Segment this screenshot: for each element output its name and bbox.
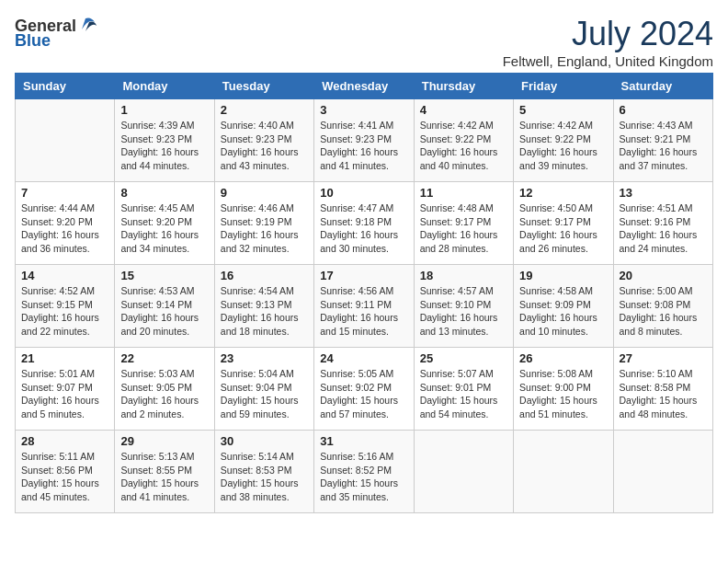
calendar-cell: 16Sunrise: 4:54 AMSunset: 9:13 PMDayligh…: [214, 265, 313, 348]
day-number: 2: [221, 103, 308, 117]
day-info: Sunrise: 5:16 AMSunset: 8:52 PMDaylight:…: [320, 450, 407, 504]
day-number: 19: [519, 269, 607, 282]
day-number: 5: [519, 103, 607, 117]
day-info: Sunrise: 4:50 AMSunset: 9:17 PMDaylight:…: [519, 201, 607, 256]
calendar-cell: 9Sunrise: 4:46 AMSunset: 9:19 PMDaylight…: [214, 182, 313, 265]
day-number: 9: [221, 186, 308, 200]
calendar-week-row: 28Sunrise: 5:11 AMSunset: 8:56 PMDayligh…: [16, 431, 713, 513]
calendar-cell: 20Sunrise: 5:00 AMSunset: 9:08 PMDayligh…: [613, 265, 712, 348]
day-info: Sunrise: 4:53 AMSunset: 9:14 PMDaylight:…: [120, 284, 208, 339]
day-info: Sunrise: 5:05 AMSunset: 9:02 PMDaylight:…: [320, 367, 407, 421]
calendar-cell: 18Sunrise: 4:57 AMSunset: 9:10 PMDayligh…: [414, 265, 513, 348]
day-number: 6: [620, 103, 707, 117]
day-number: 11: [420, 186, 507, 200]
day-info: Sunrise: 5:04 AMSunset: 9:04 PMDaylight:…: [221, 367, 308, 421]
day-number: 17: [320, 269, 407, 282]
title-block: July 2024 Feltwell, England, United King…: [503, 15, 713, 69]
calendar-cell: 4Sunrise: 4:42 AMSunset: 9:22 PMDaylight…: [414, 99, 513, 182]
calendar-cell: 17Sunrise: 4:56 AMSunset: 9:11 PMDayligh…: [314, 265, 414, 348]
calendar-week-row: 1Sunrise: 4:39 AMSunset: 9:23 PMDaylight…: [16, 99, 713, 182]
day-info: Sunrise: 4:51 AMSunset: 9:16 PMDaylight:…: [620, 201, 707, 256]
calendar-cell: 29Sunrise: 5:13 AMSunset: 8:55 PMDayligh…: [115, 431, 214, 513]
calendar-cell: 11Sunrise: 4:48 AMSunset: 9:17 PMDayligh…: [414, 182, 513, 265]
logo: General Blue: [15, 15, 98, 51]
day-info: Sunrise: 4:42 AMSunset: 9:22 PMDaylight:…: [519, 119, 607, 173]
calendar-week-row: 21Sunrise: 5:01 AMSunset: 9:07 PMDayligh…: [16, 348, 713, 431]
day-number: 29: [120, 434, 208, 448]
day-info: Sunrise: 5:13 AMSunset: 8:55 PMDaylight:…: [120, 450, 208, 504]
calendar-cell: 31Sunrise: 5:16 AMSunset: 8:52 PMDayligh…: [314, 431, 414, 513]
day-number: 30: [221, 434, 308, 448]
calendar-cell: 22Sunrise: 5:03 AMSunset: 9:05 PMDayligh…: [115, 348, 214, 431]
calendar-cell: 24Sunrise: 5:05 AMSunset: 9:02 PMDayligh…: [314, 348, 414, 431]
column-header-friday: Friday: [514, 74, 613, 99]
day-number: 13: [620, 186, 707, 200]
calendar-week-row: 14Sunrise: 4:52 AMSunset: 9:15 PMDayligh…: [16, 265, 713, 348]
day-info: Sunrise: 4:44 AMSunset: 9:20 PMDaylight:…: [21, 201, 108, 256]
day-info: Sunrise: 5:07 AMSunset: 9:01 PMDaylight:…: [420, 367, 507, 421]
calendar-cell: 2Sunrise: 4:40 AMSunset: 9:23 PMDaylight…: [214, 99, 313, 182]
day-info: Sunrise: 4:42 AMSunset: 9:22 PMDaylight:…: [420, 119, 507, 173]
day-number: 21: [21, 351, 108, 365]
day-info: Sunrise: 4:54 AMSunset: 9:13 PMDaylight:…: [221, 284, 308, 339]
calendar-cell: 10Sunrise: 4:47 AMSunset: 9:18 PMDayligh…: [314, 182, 414, 265]
calendar-cell: 19Sunrise: 4:58 AMSunset: 9:09 PMDayligh…: [514, 265, 613, 348]
day-info: Sunrise: 5:10 AMSunset: 8:58 PMDaylight:…: [620, 367, 707, 421]
calendar-cell: 1Sunrise: 4:39 AMSunset: 9:23 PMDaylight…: [115, 99, 214, 182]
calendar-table: SundayMondayTuesdayWednesdayThursdayFrid…: [15, 73, 713, 513]
calendar-cell: 15Sunrise: 4:53 AMSunset: 9:14 PMDayligh…: [115, 265, 214, 348]
day-number: 27: [620, 351, 707, 365]
day-number: 23: [221, 351, 308, 365]
logo-blue-text: Blue: [15, 31, 51, 51]
day-info: Sunrise: 4:58 AMSunset: 9:09 PMDaylight:…: [519, 284, 607, 339]
day-info: Sunrise: 4:57 AMSunset: 9:10 PMDaylight:…: [420, 284, 507, 339]
day-number: 22: [120, 351, 208, 365]
day-number: 18: [420, 269, 507, 282]
calendar-cell: 6Sunrise: 4:43 AMSunset: 9:21 PMDaylight…: [613, 99, 712, 182]
day-info: Sunrise: 5:01 AMSunset: 9:07 PMDaylight:…: [21, 367, 108, 421]
calendar-cell: 21Sunrise: 5:01 AMSunset: 9:07 PMDayligh…: [16, 348, 115, 431]
column-header-saturday: Saturday: [613, 74, 712, 99]
day-info: Sunrise: 4:46 AMSunset: 9:19 PMDaylight:…: [221, 201, 308, 256]
column-header-tuesday: Tuesday: [214, 74, 313, 99]
day-number: 4: [420, 103, 507, 117]
calendar-cell: [414, 431, 513, 513]
calendar-cell: 13Sunrise: 4:51 AMSunset: 9:16 PMDayligh…: [613, 182, 712, 265]
month-title: July 2024: [503, 15, 713, 53]
day-info: Sunrise: 4:41 AMSunset: 9:23 PMDaylight:…: [320, 119, 407, 173]
day-number: 24: [320, 351, 407, 365]
day-info: Sunrise: 4:40 AMSunset: 9:23 PMDaylight:…: [221, 119, 308, 173]
day-info: Sunrise: 4:45 AMSunset: 9:20 PMDaylight:…: [120, 201, 208, 256]
location-text: Feltwell, England, United Kingdom: [503, 53, 713, 69]
day-number: 28: [21, 434, 108, 448]
day-info: Sunrise: 5:08 AMSunset: 9:00 PMDaylight:…: [519, 367, 607, 421]
calendar-cell: 5Sunrise: 4:42 AMSunset: 9:22 PMDaylight…: [514, 99, 613, 182]
day-info: Sunrise: 5:14 AMSunset: 8:53 PMDaylight:…: [221, 450, 308, 504]
day-info: Sunrise: 5:03 AMSunset: 9:05 PMDaylight:…: [120, 367, 208, 421]
column-header-monday: Monday: [115, 74, 214, 99]
calendar-cell: 26Sunrise: 5:08 AMSunset: 9:00 PMDayligh…: [514, 348, 613, 431]
calendar-cell: 23Sunrise: 5:04 AMSunset: 9:04 PMDayligh…: [214, 348, 313, 431]
day-number: 1: [120, 103, 208, 117]
day-info: Sunrise: 4:47 AMSunset: 9:18 PMDaylight:…: [320, 201, 407, 256]
day-number: 15: [120, 269, 208, 282]
day-info: Sunrise: 4:48 AMSunset: 9:17 PMDaylight:…: [420, 201, 507, 256]
day-number: 8: [120, 186, 208, 200]
calendar-header-row: SundayMondayTuesdayWednesdayThursdayFrid…: [16, 74, 713, 99]
column-header-thursday: Thursday: [414, 74, 513, 99]
calendar-cell: 14Sunrise: 4:52 AMSunset: 9:15 PMDayligh…: [16, 265, 115, 348]
day-info: Sunrise: 4:52 AMSunset: 9:15 PMDaylight:…: [21, 284, 108, 339]
calendar-cell: 12Sunrise: 4:50 AMSunset: 9:17 PMDayligh…: [514, 182, 613, 265]
calendar-week-row: 7Sunrise: 4:44 AMSunset: 9:20 PMDaylight…: [16, 182, 713, 265]
logo-icon: [78, 15, 98, 35]
day-number: 20: [620, 269, 707, 282]
day-number: 3: [320, 103, 407, 117]
day-info: Sunrise: 4:43 AMSunset: 9:21 PMDaylight:…: [620, 119, 707, 173]
column-header-wednesday: Wednesday: [314, 74, 414, 99]
calendar-cell: [514, 431, 613, 513]
day-number: 26: [519, 351, 607, 365]
column-header-sunday: Sunday: [16, 74, 115, 99]
day-number: 16: [221, 269, 308, 282]
calendar-cell: 28Sunrise: 5:11 AMSunset: 8:56 PMDayligh…: [16, 431, 115, 513]
day-info: Sunrise: 4:56 AMSunset: 9:11 PMDaylight:…: [320, 284, 407, 339]
